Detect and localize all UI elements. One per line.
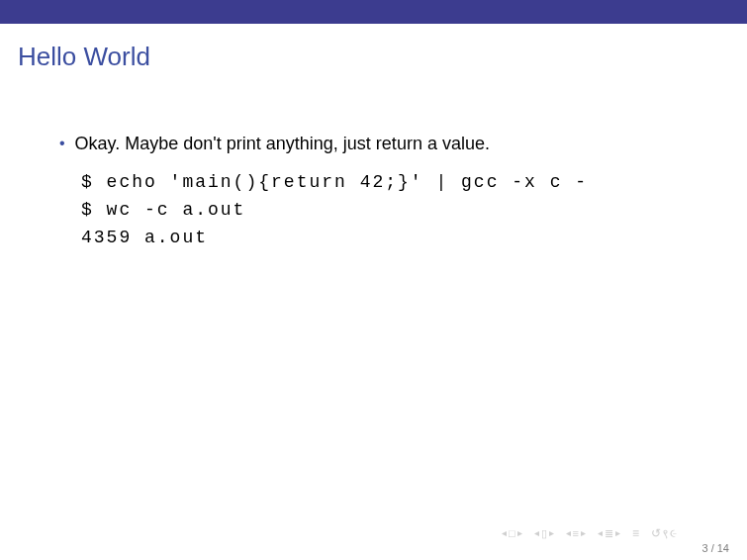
nav-next-icon: ▸ [615,528,620,538]
nav-docnav-icon: ≣ [605,528,613,539]
nav-next-icon: ▸ [549,528,554,538]
page-number: 3 / 14 [701,542,729,554]
nav-subsection-group[interactable]: ◂ ▯ ▸ [534,528,554,539]
nav-section-group[interactable]: ◂ ≡ ▸ [566,528,586,539]
nav-prev-icon: ◂ [598,528,603,538]
header-bar [0,0,747,24]
nav-prev-icon: ◂ [502,528,507,538]
bullet-marker: • [59,132,65,155]
bullet-item: • Okay. Maybe don't print anything, just… [59,132,688,155]
nav-prev-icon: ◂ [534,528,539,538]
beamer-nav: ◂ □ ▸ ◂ ▯ ▸ ◂ ≡ ▸ ◂ ≣ ▸ ≡ ↺९૯ [502,526,678,540]
slide-content: • Okay. Maybe don't print anything, just… [59,132,688,252]
nav-frame-icon: □ [509,528,515,539]
nav-section-icon: ≡ [573,528,579,539]
bullet-text: Okay. Maybe don't print anything, just r… [75,132,490,155]
nav-doc-group[interactable]: ◂ ≣ ▸ [598,528,620,539]
nav-doc-icon: ▯ [541,528,547,539]
nav-next-icon: ▸ [517,528,522,538]
code-block: $ echo 'main(){return 42;}' | gcc -x c -… [81,169,688,252]
nav-frame-group[interactable]: ◂ □ ▸ [502,528,522,539]
slide-title: Hello World [18,42,747,72]
nav-prev-icon: ◂ [566,528,571,538]
nav-mode-icon[interactable]: ≡ [632,527,639,539]
nav-next-icon: ▸ [581,528,586,538]
nav-back-forward-icon[interactable]: ↺९૯ [651,526,678,540]
